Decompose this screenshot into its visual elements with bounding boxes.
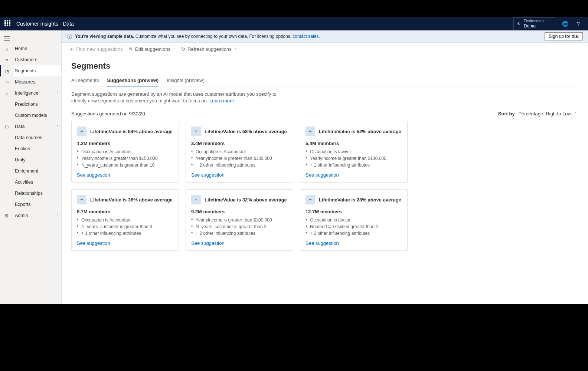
tabs: All segments Suggestions (preview) Insig… bbox=[71, 75, 578, 86]
card-attribute: YearlyIncome is greater than $150,000 bbox=[77, 155, 173, 162]
card-attribute: N_years_customer is greater than 10 bbox=[77, 162, 173, 168]
suggestion-card[interactable]: ⚭LifetimeValue is 28% above average12.7M… bbox=[300, 189, 408, 251]
card-title: LifetimeValue is 32% above average bbox=[205, 197, 287, 203]
nav-admin[interactable]: Admin˅ bbox=[13, 210, 61, 221]
card-attribute: N_years_customer is greater than 3 bbox=[77, 223, 173, 230]
card-members: 5.4M members bbox=[306, 141, 402, 146]
nav-exports[interactable]: Exports bbox=[13, 199, 61, 210]
nav-data[interactable]: Data˄ bbox=[13, 121, 61, 132]
app-launcher-icon[interactable] bbox=[4, 20, 12, 27]
see-suggestion-link[interactable]: See suggestion bbox=[77, 240, 173, 246]
nav-segments[interactable]: Segments bbox=[13, 65, 61, 76]
environment-icon: ⎋ bbox=[517, 21, 520, 26]
nav-entities[interactable]: Entities bbox=[13, 143, 61, 154]
see-suggestion-link[interactable]: See suggestion bbox=[306, 240, 402, 246]
side-nav: Home Customers Segments Measures Intelli… bbox=[13, 30, 62, 304]
card-attributes: Occupation is AccountantN_years_customer… bbox=[77, 217, 173, 237]
card-grid: ⚭LifetimeValue is 64% above average1.2M … bbox=[71, 121, 578, 251]
nav-data-sources[interactable]: Data sources bbox=[13, 132, 61, 143]
blank-icon bbox=[0, 199, 13, 210]
suggestion-card[interactable]: ⚭LifetimeValue is 38% above average8.7M … bbox=[71, 189, 179, 251]
suggestion-card[interactable]: ⚭LifetimeValue is 58% above average3.4M … bbox=[186, 121, 293, 183]
nav-home[interactable]: Home bbox=[13, 43, 61, 54]
card-attribute: N_years_customer is greater than 2 bbox=[191, 223, 288, 230]
nav-custom-models[interactable]: Custom models bbox=[13, 110, 61, 121]
suggestion-card[interactable]: ⚭LifetimeValue is 52% above average5.4M … bbox=[300, 121, 408, 183]
segment-icon: ⚭ bbox=[191, 195, 201, 204]
chevron-down-icon: ˅ bbox=[235, 47, 236, 51]
nav-activities[interactable]: Activities bbox=[13, 177, 61, 188]
tab-all-segments[interactable]: All segments bbox=[71, 75, 99, 86]
card-attribute: + 1 other influencing attributes bbox=[306, 162, 402, 168]
notice-bold: You're viewing sample data. bbox=[75, 34, 134, 39]
card-title: LifetimeValue is 28% above average bbox=[319, 197, 401, 203]
home-icon[interactable]: ⌂ bbox=[0, 43, 13, 54]
card-title: LifetimeValue is 38% above average bbox=[90, 197, 173, 203]
card-title: LifetimeValue is 64% above average bbox=[90, 129, 173, 134]
card-attribute: YearlyIncome is greater than $130,000 bbox=[306, 155, 402, 162]
card-attribute: Occupation is doctor bbox=[306, 217, 402, 223]
edit-suggestions-button[interactable]: ✎ Edit suggestions ˅ bbox=[129, 46, 175, 52]
segments-icon[interactable]: ◔ bbox=[0, 65, 13, 76]
admin-icon[interactable]: ⚙ bbox=[0, 210, 13, 221]
help-icon[interactable]: ? bbox=[572, 17, 585, 30]
see-suggestion-link[interactable]: See suggestion bbox=[191, 172, 288, 178]
card-attribute: + 2 other influencing attributes bbox=[306, 230, 402, 237]
data-icon[interactable]: 🗀 bbox=[0, 121, 13, 132]
card-attribute: + 1 other influencing attributes bbox=[77, 230, 173, 237]
blank-icon bbox=[0, 132, 13, 143]
chevron-up-icon: ˄ bbox=[56, 91, 58, 95]
card-members: 9.2M members bbox=[191, 209, 288, 214]
card-attribute: YearlyIncome is greater than $130,000 bbox=[191, 155, 288, 162]
sample-data-notice: i You're viewing sample data. Customize … bbox=[62, 30, 588, 43]
nav-enrichment[interactable]: Enrichment bbox=[13, 165, 61, 177]
card-title: LifetimeValue is 58% above average bbox=[205, 129, 287, 134]
see-suggestion-link[interactable]: See suggestion bbox=[191, 240, 288, 246]
see-suggestion-link[interactable]: See suggestion bbox=[306, 172, 402, 178]
segment-icon: ⚭ bbox=[191, 127, 201, 136]
suggestion-card[interactable]: ⚭LifetimeValue is 32% above average9.2M … bbox=[186, 189, 293, 251]
card-attribute: NumberCarsOwned greater than 2 bbox=[306, 223, 402, 230]
command-bar: ＋ Find new suggestions ✎ Edit suggestion… bbox=[62, 43, 588, 56]
refresh-suggestions-button[interactable]: ↻ Refresh suggestions ˅ bbox=[181, 46, 236, 52]
find-suggestions-button[interactable]: ＋ Find new suggestions bbox=[69, 46, 123, 53]
generated-timestamp: Suggestions generated on 9/30/20 bbox=[71, 111, 145, 116]
nav-measures[interactable]: Measures bbox=[13, 76, 61, 88]
nav-predictions[interactable]: Predictions bbox=[13, 99, 61, 110]
blank-icon bbox=[0, 177, 13, 188]
measures-icon[interactable]: ⤳ bbox=[0, 76, 13, 88]
card-attribute: + 2 other influencing attributes bbox=[191, 162, 288, 168]
card-members: 12.7M members bbox=[306, 209, 402, 214]
customers-icon[interactable]: ⚭ bbox=[0, 54, 13, 65]
environment-selector[interactable]: ⎋ Environment Demo bbox=[513, 17, 555, 30]
card-attribute: + 2 other influencing attributes bbox=[191, 230, 288, 237]
card-attributes: Occupation is AccountantYearlyIncome is … bbox=[77, 148, 173, 168]
nav-customers[interactable]: Customers bbox=[13, 54, 61, 65]
blank-icon bbox=[0, 165, 13, 177]
card-attributes: Occupation is AccountantYearlyIncome is … bbox=[191, 148, 288, 168]
contact-sales-link[interactable]: contact sales bbox=[293, 34, 318, 39]
suggestion-card[interactable]: ⚭LifetimeValue is 64% above average1.2M … bbox=[71, 121, 179, 183]
learn-more-link[interactable]: Learn more bbox=[209, 98, 234, 104]
intelligence-icon[interactable]: ☼ bbox=[0, 88, 13, 99]
sort-selector[interactable]: Percentage: High to Low ˅ bbox=[519, 111, 578, 116]
nav-relationships[interactable]: Relationships bbox=[13, 188, 61, 199]
segment-icon: ⚭ bbox=[306, 127, 315, 136]
card-attribute: YearlyIncome is greater than $100,000 bbox=[191, 217, 288, 223]
nav-unify[interactable]: Unify bbox=[13, 154, 61, 165]
card-members: 1.2M members bbox=[77, 141, 173, 146]
signup-trial-button[interactable]: Sign up for trial bbox=[545, 32, 583, 40]
chevron-down-icon: ˅ bbox=[56, 214, 58, 218]
blank-icon bbox=[0, 143, 13, 154]
card-attributes: Occupation is doctorNumberCarsOwned grea… bbox=[306, 217, 402, 237]
plus-icon: ＋ bbox=[69, 46, 74, 53]
globe-icon[interactable]: 🌐 bbox=[558, 17, 572, 30]
nav-intelligence[interactable]: Intelligence˄ bbox=[13, 88, 61, 99]
blank-icon bbox=[0, 154, 13, 165]
edit-icon: ✎ bbox=[129, 46, 133, 52]
tab-insights[interactable]: Insights (preview) bbox=[167, 75, 205, 86]
see-suggestion-link[interactable]: See suggestion bbox=[77, 172, 173, 178]
environment-label: Environment bbox=[524, 19, 545, 23]
tab-suggestions[interactable]: Suggestions (preview) bbox=[107, 75, 159, 86]
card-attribute: Occupation is Accountant bbox=[77, 217, 173, 223]
